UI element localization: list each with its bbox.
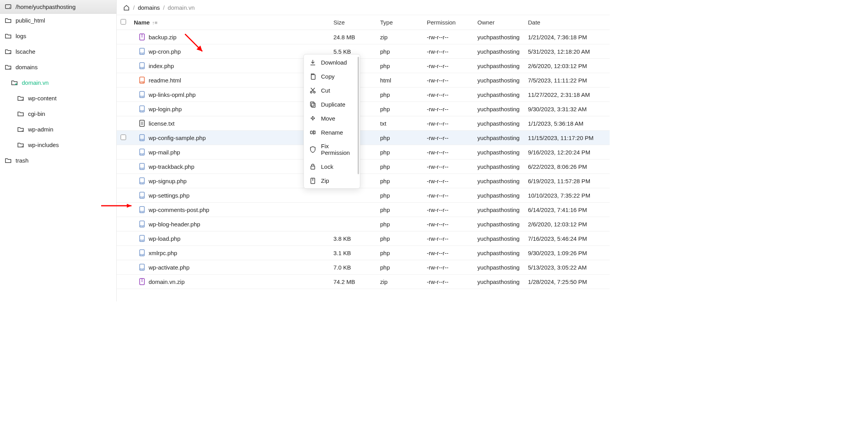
file-owner: yuchpasthosting (473, 260, 524, 275)
ctx-item-label: Zip (321, 177, 329, 184)
table-row[interactable]: backup.zip24.8 MBzip-rw-r--r--yuchpastho… (117, 30, 610, 44)
sidebar-item-label: logs (16, 33, 26, 39)
table-row[interactable]: domain.vn.zip74.2 MBzip-rw-r--r--yuchpas… (117, 275, 610, 289)
ctx-zip[interactable]: Zip (304, 173, 360, 187)
ctx-duplicate[interactable]: Duplicate (304, 97, 360, 111)
sidebar-item-domain-vn[interactable]: domain.vn (0, 76, 116, 89)
file-php-icon (139, 205, 146, 214)
file-date: 5/13/2023, 3:05:22 AM (524, 260, 610, 275)
table-row[interactable]: wp-activate.php7.0 KBphp-rw-r--r--yuchpa… (117, 260, 610, 275)
table-row[interactable]: wp-links-opml.phpphp-rw-r--r--yuchpastho… (117, 88, 610, 102)
select-all-checkbox[interactable] (121, 19, 126, 25)
sidebar: /home/yuchpasthosting public_htmllogslsc… (0, 0, 117, 301)
table-row[interactable]: wp-cron.php5.5 KBphp-rw-r--r--yuchpastho… (117, 44, 610, 59)
col-header-date[interactable]: Date (524, 15, 610, 30)
breadcrumb-part-current: domain.vn (168, 4, 195, 11)
file-type: php (376, 59, 423, 73)
folder-plus-icon (17, 141, 24, 148)
breadcrumb: / domains / domain.vn (117, 0, 610, 15)
folder-plus-icon (11, 79, 18, 86)
file-date: 1/1/2023, 5:36:18 AM (524, 116, 610, 131)
file-owner: yuchpasthosting (473, 203, 524, 217)
file-table: Name↑≡ Size Type Permission Owner Date b… (117, 15, 610, 289)
sidebar-item-cgi-bin[interactable]: cgi-bin (0, 107, 116, 120)
file-size: 3.1 KB (330, 246, 376, 260)
col-header-size[interactable]: Size (330, 15, 376, 30)
file-date: 2/6/2020, 12:03:12 PM (524, 217, 610, 231)
table-row[interactable]: wp-signup.phpphp-rw-r--r--yuchpasthostin… (117, 174, 610, 188)
file-txt-icon (139, 119, 146, 128)
file-type: php (376, 44, 423, 59)
table-row[interactable]: wp-settings.phpphp-rw-r--r--yuchpasthost… (117, 188, 610, 203)
file-permission: -rw-r--r-- (423, 275, 473, 289)
ctx-copy[interactable]: Copy (304, 69, 360, 83)
sidebar-item-logs[interactable]: logs (0, 29, 116, 42)
sidebar-item-public-html[interactable]: public_html (0, 14, 116, 27)
ctx-fix-permission[interactable]: Fix Permission (304, 139, 360, 159)
col-header-name[interactable]: Name↑≡ (130, 15, 330, 30)
table-row[interactable]: index.php405 Bytesphp-rw-r--r--yuchpasth… (117, 59, 610, 73)
sidebar-tree: public_htmllogslscachedomainsdomain.vnwp… (0, 14, 116, 169)
table-row[interactable]: readme.htmlhtml-rw-r--r--yuchpasthosting… (117, 73, 610, 88)
col-header-permission[interactable]: Permission (423, 15, 473, 30)
sidebar-item-wp-admin[interactable]: wp-admin (0, 123, 116, 136)
sidebar-item-lscache[interactable]: lscache (0, 45, 116, 58)
row-checkbox[interactable] (121, 135, 126, 140)
file-php-icon (139, 249, 146, 257)
context-menu-scrollbar[interactable] (358, 57, 359, 174)
ctx-download[interactable]: Download (304, 55, 360, 69)
file-name: wp-login.php (149, 106, 182, 112)
sidebar-root-path[interactable]: /home/yuchpasthosting (0, 0, 116, 14)
file-permission: -rw-r--r-- (423, 145, 473, 159)
file-owner: yuchpasthosting (473, 275, 524, 289)
table-row[interactable]: wp-login.phpphp-rw-r--r--yuchpasthosting… (117, 102, 610, 116)
file-name: wp-comments-post.php (149, 207, 209, 213)
file-type: html (376, 73, 423, 88)
file-name: wp-config-sample.php (149, 135, 206, 141)
copy-icon (309, 73, 316, 80)
file-permission: -rw-r--r-- (423, 59, 473, 73)
ctx-item-label: Lock (321, 163, 333, 170)
file-type: zip (376, 275, 423, 289)
file-permission: -rw-r--r-- (423, 102, 473, 116)
table-row[interactable]: license.txttxt-rw-r--r--yuchpasthosting1… (117, 116, 610, 131)
sidebar-item-wp-content[interactable]: wp-content (0, 91, 116, 105)
move-icon (309, 115, 316, 122)
table-row[interactable]: wp-comments-post.phpphp-rw-r--r--yuchpas… (117, 203, 610, 217)
table-row[interactable]: wp-load.php3.8 KBphp-rw-r--r--yuchpastho… (117, 231, 610, 246)
table-row[interactable]: wp-config-sample.phpphp-rw-r--r--yuchpas… (117, 131, 610, 145)
file-permission: -rw-r--r-- (423, 44, 473, 59)
file-name: readme.html (149, 77, 181, 84)
sidebar-item-wp-includes[interactable]: wp-includes (0, 138, 116, 151)
col-header-type[interactable]: Type (376, 15, 423, 30)
col-header-owner[interactable]: Owner (473, 15, 524, 30)
ctx-cut[interactable]: Cut (304, 83, 360, 97)
table-row[interactable]: xmlrpc.php3.1 KBphp-rw-r--r--yuchpasthos… (117, 246, 610, 260)
file-size: 24.8 MB (330, 30, 376, 44)
disk-icon (5, 3, 12, 10)
file-permission: -rw-r--r-- (423, 260, 473, 275)
sidebar-item-label: domain.vn (22, 79, 49, 86)
table-row[interactable]: wp-mail.phpphp-rw-r--r--yuchpasthosting9… (117, 145, 610, 159)
ctx-lock[interactable]: Lock (304, 159, 360, 173)
sidebar-item-label: domains (16, 64, 38, 70)
file-type: php (376, 188, 423, 203)
sidebar-item-trash[interactable]: trash (0, 154, 116, 167)
ctx-move[interactable]: Move (304, 111, 360, 125)
ctx-rename[interactable]: Rename (304, 125, 360, 139)
breadcrumb-part-domains[interactable]: domains (138, 4, 160, 11)
file-permission: -rw-r--r-- (423, 159, 473, 174)
file-date: 11/15/2023, 11:17:20 PM (524, 131, 610, 145)
sidebar-item-domains[interactable]: domains (0, 60, 116, 74)
table-row[interactable]: wp-trackback.phpphp-rw-r--r--yuchpasthos… (117, 159, 610, 174)
home-icon[interactable] (123, 4, 130, 11)
table-row[interactable]: wp-blog-header.phpphp-rw-r--r--yuchpasth… (117, 217, 610, 231)
file-date: 7/5/2023, 11:11:22 PM (524, 73, 610, 88)
file-size (330, 188, 376, 203)
file-name: wp-links-opml.php (149, 91, 196, 98)
file-date: 9/16/2023, 12:20:24 PM (524, 145, 610, 159)
sidebar-item-label: wp-includes (28, 142, 59, 148)
file-name: wp-trackback.php (149, 163, 195, 170)
download-icon (309, 59, 316, 66)
file-permission: -rw-r--r-- (423, 116, 473, 131)
